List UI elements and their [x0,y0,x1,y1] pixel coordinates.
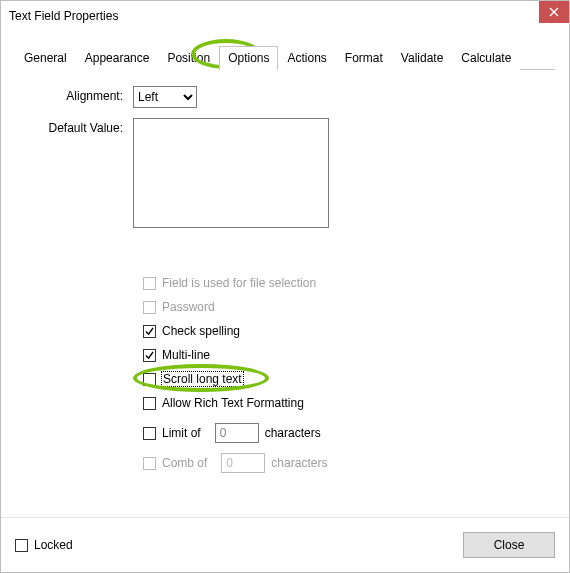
cb-locked-label[interactable]: Locked [34,538,73,552]
cb-rich-text-row: Allow Rich Text Formatting [143,391,555,415]
row-alignment: Alignment: Left [15,86,555,108]
cb-scroll-long-text-row: Scroll long text [143,367,555,391]
close-icon [549,7,559,17]
cb-limit[interactable] [143,427,156,440]
cb-check-spelling-row: Check spelling [143,319,555,343]
cb-multiline-label[interactable]: Multi-line [162,348,210,362]
tab-validate[interactable]: Validate [392,46,452,70]
cb-rich-text[interactable] [143,397,156,410]
tab-general[interactable]: General [15,46,76,70]
checkbox-section: Field is used for file selection Passwor… [143,271,555,475]
cb-multiline-row: Multi-line [143,343,555,367]
alignment-label: Alignment: [15,86,133,103]
window-close-button[interactable] [539,1,569,23]
cb-password [143,301,156,314]
comb-input [221,453,265,473]
dialog-window: Text Field Properties General Appearance… [0,0,570,573]
cb-locked[interactable] [15,539,28,552]
dialog-body: General Appearance Position Options Acti… [1,31,569,517]
cb-comb-row: Comb of characters [143,451,555,475]
cb-password-row: Password [143,295,555,319]
titlebar: Text Field Properties [1,1,569,31]
cb-scroll-long-text-label[interactable]: Scroll long text [162,372,243,386]
tab-calculate[interactable]: Calculate [452,46,520,70]
comb-suffix: characters [271,456,327,470]
cb-comb [143,457,156,470]
tab-bar: General Appearance Position Options Acti… [15,45,555,70]
cb-limit-row: Limit of characters [143,421,555,445]
cb-check-spelling[interactable] [143,325,156,338]
cb-file-selection [143,277,156,290]
row-default-value: Default Value: [15,118,555,231]
default-value-textarea[interactable] [133,118,329,228]
cb-password-label: Password [162,300,215,314]
cb-locked-row: Locked [15,538,73,552]
cb-comb-label: Comb of [162,456,207,470]
alignment-select[interactable]: Left [133,86,197,108]
limit-input[interactable] [215,423,259,443]
cb-file-selection-row: Field is used for file selection [143,271,555,295]
cb-rich-text-label[interactable]: Allow Rich Text Formatting [162,396,304,410]
dialog-footer: Locked Close [1,517,569,572]
cb-check-spelling-label[interactable]: Check spelling [162,324,240,338]
limit-suffix: characters [265,426,321,440]
cb-file-selection-label: Field is used for file selection [162,276,316,290]
window-title: Text Field Properties [9,9,118,23]
tab-appearance[interactable]: Appearance [76,46,159,70]
cb-limit-label[interactable]: Limit of [162,426,201,440]
tab-options[interactable]: Options [219,46,278,70]
default-value-label: Default Value: [15,118,133,135]
tab-actions[interactable]: Actions [278,46,335,70]
cb-multiline[interactable] [143,349,156,362]
close-button[interactable]: Close [463,532,555,558]
cb-scroll-long-text[interactable] [143,373,156,386]
tab-format[interactable]: Format [336,46,392,70]
tab-position[interactable]: Position [158,46,219,70]
